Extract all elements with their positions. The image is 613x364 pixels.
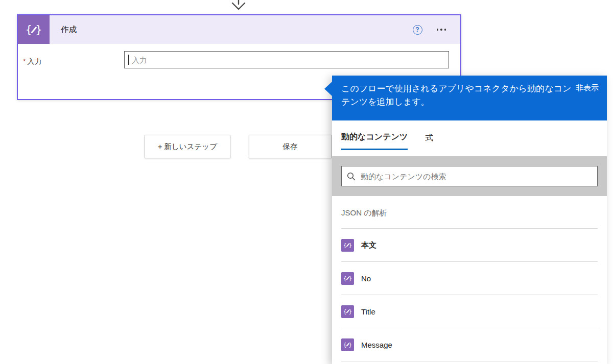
hide-button[interactable]: 非表示 (573, 82, 599, 93)
compose-input-wrap (124, 51, 449, 68)
tab-expression[interactable]: 式 (425, 132, 433, 150)
dynamic-token-icon: {} (341, 239, 354, 252)
compose-action-icon: {} (18, 15, 50, 44)
dynamic-content-list: JSON の解析 {} 本文 {} No {} Title (332, 208, 607, 361)
search-strip (332, 156, 607, 196)
search-icon (347, 172, 356, 181)
required-marker: * (23, 57, 26, 65)
action-title: 作成 (61, 25, 77, 35)
tab-dynamic-content[interactable]: 動的なコンテンツ (341, 132, 408, 150)
flyout-beak (324, 82, 332, 96)
help-icon[interactable]: ? (413, 25, 422, 35)
dynamic-content-flyout: このフローで使用されるアプリやコネクタから動的なコンテンツを追加します。 非表示… (332, 76, 607, 364)
dynamic-content-item[interactable]: {} Title (341, 295, 598, 328)
dynamic-token-icon: {} (341, 338, 354, 351)
input-field-label: *入力 (23, 57, 41, 66)
dynamic-token-icon: {} (341, 272, 354, 285)
flyout-header: このフローで使用されるアプリやコネクタから動的なコンテンツを追加します。 非表示 (332, 76, 607, 120)
dynamic-content-item[interactable]: {} Message (341, 328, 598, 361)
dynamic-content-item[interactable]: {} 本文 (341, 229, 598, 262)
group-title-parse-json: JSON の解析 (341, 208, 598, 218)
compose-input-field[interactable] (124, 51, 449, 68)
flyout-tabs: 動的なコンテンツ 式 (332, 120, 607, 150)
flyout-message: このフローで使用されるアプリやコネクタから動的なコンテンツを追加します。 (341, 82, 572, 114)
flow-connector-arrow-icon (231, 0, 246, 11)
compose-card-header[interactable]: {} 作成 ? (18, 15, 460, 44)
dynamic-content-item[interactable]: {} No (341, 262, 598, 295)
ellipsis-menu-icon[interactable] (436, 27, 447, 33)
dynamic-content-search-input[interactable] (361, 172, 592, 181)
power-automate-designer: {} 作成 ? *入力 + 新しいステップ 保存 このフローで使用されるアプリや… (0, 0, 613, 364)
search-box (341, 166, 598, 186)
text-caret (128, 55, 129, 65)
new-step-button[interactable]: + 新しいステップ (145, 135, 230, 158)
save-button[interactable]: 保存 (249, 135, 332, 158)
dynamic-token-icon: {} (341, 305, 354, 318)
